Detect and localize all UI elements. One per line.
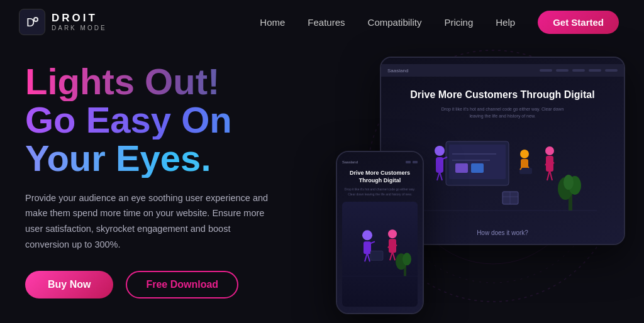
heading-line1: Lights Out!	[25, 63, 327, 101]
logo-icon: D	[19, 9, 45, 35]
svg-line-16	[437, 172, 440, 180]
tablet-heading: Drive More Customers Through Digital	[408, 89, 597, 102]
svg-rect-8	[449, 145, 506, 179]
svg-rect-11	[455, 163, 468, 173]
tablet-illustration	[408, 129, 597, 229]
brand-subtitle: DARK MODE	[52, 25, 107, 31]
phone-status-bar: Saasland	[342, 158, 418, 166]
sim-dot-2	[556, 69, 569, 72]
sim-dot-3	[572, 69, 585, 72]
device-mockups: Saasland Drive More Customers Through Di…	[317, 38, 644, 323]
phone-illustration	[342, 202, 418, 307]
svg-line-27	[547, 170, 550, 180]
sim-dot-4	[589, 69, 601, 72]
svg-line-47	[392, 252, 395, 261]
phone-sim-logo: Saasland	[342, 160, 358, 164]
tablet-subtext: Drop it like it's hot and channel code g…	[440, 106, 565, 119]
buy-now-button[interactable]: Buy Now	[25, 271, 113, 298]
tablet-sim-nav: Saasland	[381, 64, 624, 77]
hero-description: Provide your audience an eye soothing us…	[25, 190, 277, 253]
phone-subtext: Drop it like it's hot and channel code g…	[342, 187, 418, 197]
heading-line3: Your Eyes.	[25, 140, 327, 178]
svg-point-18	[520, 150, 529, 158]
nav-home[interactable]: Home	[260, 17, 285, 28]
nav-pricing[interactable]: Pricing	[444, 17, 473, 28]
navbar: D DROIT DARK MODE Home Features Compatib…	[0, 0, 644, 44]
svg-line-40	[365, 253, 367, 262]
tablet-bottom-text: How does it work?	[477, 229, 528, 236]
svg-point-42	[388, 230, 397, 239]
hero-content: Lights Out! Go Easy On Your Eyes. Provid…	[25, 57, 327, 298]
nav-features[interactable]: Features	[308, 17, 345, 28]
phone-mockup: Saasland Drive More CustomersThrough Dig…	[336, 151, 424, 314]
svg-point-23	[545, 146, 554, 155]
svg-rect-33	[502, 192, 518, 204]
nav-links: Home Features Compatibility Pricing Help…	[260, 11, 619, 34]
phone-people-svg	[342, 202, 418, 307]
tablet-sim-logo: Saasland	[387, 68, 408, 74]
svg-point-6	[35, 18, 37, 21]
brand-title: DROIT	[52, 13, 107, 25]
hero-buttons: Buy Now Free Download	[25, 271, 327, 298]
tablet-sim-nav-items	[540, 69, 618, 72]
svg-line-46	[390, 252, 392, 261]
tablet-content: Drive More Customers Through Digital Dro…	[408, 89, 597, 233]
nav-compatibility[interactable]: Compatibility	[368, 17, 422, 28]
svg-point-37	[362, 231, 372, 241]
svg-rect-48	[370, 251, 383, 261]
svg-line-17	[440, 172, 442, 180]
sim-dot-1	[540, 69, 552, 72]
hero-heading: Lights Out! Go Easy On Your Eyes.	[25, 63, 327, 178]
svg-point-32	[564, 175, 574, 190]
svg-point-51	[402, 253, 411, 266]
phone-sim-dot-2	[413, 161, 418, 163]
svg-rect-12	[471, 163, 484, 173]
get-started-button[interactable]: Get Started	[538, 11, 619, 34]
logo-text: DROIT DARK MODE	[52, 13, 107, 31]
hero-section: Lights Out! Go Easy On Your Eyes. Provid…	[0, 44, 644, 298]
heading-line2: Go Easy On	[25, 101, 327, 140]
nav-help[interactable]: Help	[496, 17, 515, 28]
svg-line-41	[367, 253, 370, 262]
svg-line-28	[550, 170, 552, 180]
phone-sim-icons	[406, 161, 418, 163]
phone-heading: Drive More CustomersThrough Digital	[342, 170, 418, 184]
free-download-button[interactable]: Free Download	[126, 271, 238, 298]
phone-sim-dot-1	[406, 161, 411, 163]
svg-point-13	[435, 146, 445, 156]
svg-text:D: D	[26, 16, 35, 29]
sim-dot-5	[605, 69, 618, 72]
logo: D DROIT DARK MODE	[19, 9, 107, 35]
droit-icon: D	[23, 13, 41, 31]
phone-screen: Saasland Drive More CustomersThrough Dig…	[337, 152, 423, 313]
